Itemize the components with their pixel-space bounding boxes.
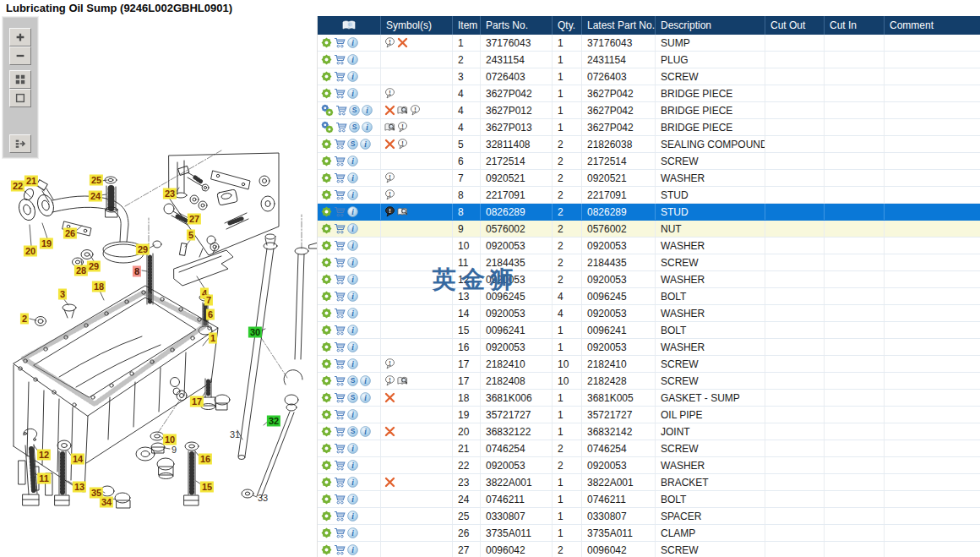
- diagram-label-30[interactable]: 30: [248, 327, 262, 338]
- diagram-label-11[interactable]: 11: [37, 473, 51, 484]
- table-row[interactable]: 27009604220096042SCREW: [318, 542, 980, 557]
- diagram-label-13[interactable]: 13: [73, 482, 86, 493]
- add-to-cart-icon[interactable]: [334, 257, 346, 268]
- add-to-cart-icon[interactable]: [335, 105, 347, 116]
- add-to-cart-icon[interactable]: [334, 189, 346, 200]
- col-header-symbols[interactable]: Symbol(s): [381, 16, 453, 35]
- s-badge-icon[interactable]: [347, 375, 358, 386]
- info-icon[interactable]: [347, 71, 358, 82]
- table-row[interactable]: 6217251422172514SCREW: [318, 153, 980, 170]
- col-header-qty[interactable]: Qty.: [553, 16, 582, 35]
- diagram-label-20[interactable]: 20: [24, 246, 37, 257]
- settings-gears-icon[interactable]: [321, 121, 334, 134]
- diagram-label-7[interactable]: 7: [204, 295, 213, 306]
- settings-gear-icon[interactable]: [321, 409, 332, 420]
- table-row[interactable]: 12092005320920053WASHER: [318, 271, 980, 288]
- table-row[interactable]: 13009624540096245BOLT: [318, 288, 980, 305]
- info-icon[interactable]: [347, 223, 358, 234]
- add-to-cart-icon[interactable]: [334, 206, 346, 217]
- s-badge-icon[interactable]: [349, 122, 360, 133]
- diagram-label-15[interactable]: 15: [200, 482, 214, 493]
- info-icon[interactable]: [347, 54, 358, 65]
- table-row[interactable]: 8082628920826289STUD: [318, 204, 980, 221]
- s-badge-icon[interactable]: [349, 105, 360, 116]
- diagram-label-9[interactable]: 9: [170, 445, 178, 456]
- info-icon[interactable]: [347, 189, 358, 200]
- diagram-label-17[interactable]: 17: [190, 396, 204, 407]
- settings-gear-icon[interactable]: [321, 460, 332, 471]
- settings-gear-icon[interactable]: [321, 156, 332, 167]
- settings-gear-icon[interactable]: [321, 341, 332, 352]
- add-to-cart-icon[interactable]: [334, 494, 346, 505]
- add-to-cart-icon[interactable]: [335, 122, 347, 133]
- info-icon[interactable]: [362, 122, 373, 133]
- table-row[interactable]: 532811408221826038SEALING COMPOUND: [318, 136, 980, 153]
- settings-gear-icon[interactable]: [321, 240, 332, 251]
- diagram-label-28[interactable]: 28: [74, 265, 88, 276]
- info-icon[interactable]: [347, 156, 358, 167]
- info-icon[interactable]: [360, 375, 371, 386]
- table-row[interactable]: 7092052120920521WASHER: [318, 170, 980, 187]
- diagram-label-1[interactable]: 1: [209, 333, 217, 344]
- table-row[interactable]: 172182408102182428SCREW: [318, 373, 980, 390]
- add-to-cart-icon[interactable]: [334, 139, 346, 150]
- add-to-cart-icon[interactable]: [334, 274, 346, 285]
- diagram-label-31[interactable]: 31: [228, 429, 242, 440]
- info-icon[interactable]: [347, 274, 358, 285]
- info-icon[interactable]: [360, 426, 371, 437]
- info-icon[interactable]: [347, 477, 358, 488]
- table-row[interactable]: 172182410102182410SCREW: [318, 356, 980, 373]
- table-row[interactable]: 233822A00113822A001BRACKET: [318, 474, 980, 491]
- info-icon[interactable]: [347, 544, 358, 555]
- settings-gear-icon[interactable]: [321, 392, 332, 403]
- info-icon[interactable]: [347, 88, 358, 99]
- col-header-desc[interactable]: Description: [656, 16, 765, 35]
- col-header-latest[interactable]: Latest Part No.: [582, 16, 656, 35]
- settings-gear-icon[interactable]: [321, 274, 332, 285]
- settings-gear-icon[interactable]: [321, 443, 332, 454]
- table-row[interactable]: 21074625420746254SCREW: [318, 440, 980, 457]
- settings-gear-icon[interactable]: [321, 358, 332, 369]
- settings-gear-icon[interactable]: [321, 426, 332, 437]
- diagram-label-29[interactable]: 29: [87, 261, 101, 272]
- diagram-label-22[interactable]: 22: [11, 181, 24, 192]
- add-to-cart-icon[interactable]: [334, 544, 346, 555]
- table-row[interactable]: 1935721727135721727OIL PIPE: [318, 407, 980, 423]
- table-row[interactable]: 14092005340920053WASHER: [318, 305, 980, 322]
- table-row[interactable]: 24074621110746211BOLT: [318, 491, 980, 508]
- table-row[interactable]: 22092005320920053WASHER: [318, 457, 980, 474]
- add-to-cart-icon[interactable]: [334, 358, 346, 369]
- col-header-item[interactable]: Item: [453, 16, 481, 35]
- table-row[interactable]: 43627P04213627P042BRIDGE PIECE: [318, 85, 980, 102]
- settings-gear-icon[interactable]: [321, 88, 332, 99]
- settings-gear-icon[interactable]: [321, 37, 332, 48]
- info-icon[interactable]: [347, 527, 358, 538]
- add-to-cart-icon[interactable]: [334, 240, 346, 251]
- diagram-label-23[interactable]: 23: [163, 188, 177, 199]
- info-icon[interactable]: [362, 105, 373, 116]
- info-icon[interactable]: [347, 291, 358, 302]
- table-row[interactable]: 2243115412431154PLUG: [318, 52, 980, 68]
- diagram-label-26[interactable]: 26: [63, 228, 77, 239]
- add-to-cart-icon[interactable]: [334, 527, 346, 538]
- diagram-label-27[interactable]: 27: [188, 214, 201, 225]
- settings-gear-icon[interactable]: [321, 223, 332, 234]
- diagram-label-16[interactable]: 16: [199, 454, 212, 465]
- settings-gears-icon[interactable]: [321, 104, 334, 117]
- settings-gear-icon[interactable]: [321, 308, 332, 319]
- info-icon[interactable]: [347, 511, 358, 522]
- info-icon[interactable]: [347, 37, 358, 48]
- settings-gear-icon[interactable]: [321, 527, 332, 538]
- col-header-cutin[interactable]: Cut In: [825, 16, 885, 35]
- add-to-cart-icon[interactable]: [334, 443, 346, 454]
- col-header-actions[interactable]: [318, 16, 381, 35]
- col-header-cutout[interactable]: Cut Out: [765, 16, 825, 35]
- diagram-label-5[interactable]: 5: [187, 230, 195, 241]
- table-row[interactable]: 16092005310920053WASHER: [318, 339, 980, 356]
- table-row[interactable]: 25033080710330807SPACER: [318, 508, 980, 525]
- table-row[interactable]: 43627P01213627P042BRIDGE PIECE: [318, 102, 980, 119]
- s-badge-icon[interactable]: [347, 139, 358, 150]
- add-to-cart-icon[interactable]: [334, 223, 346, 234]
- settings-gear-icon[interactable]: [321, 477, 332, 488]
- table-row[interactable]: 137176043137176043SUMP: [318, 35, 980, 52]
